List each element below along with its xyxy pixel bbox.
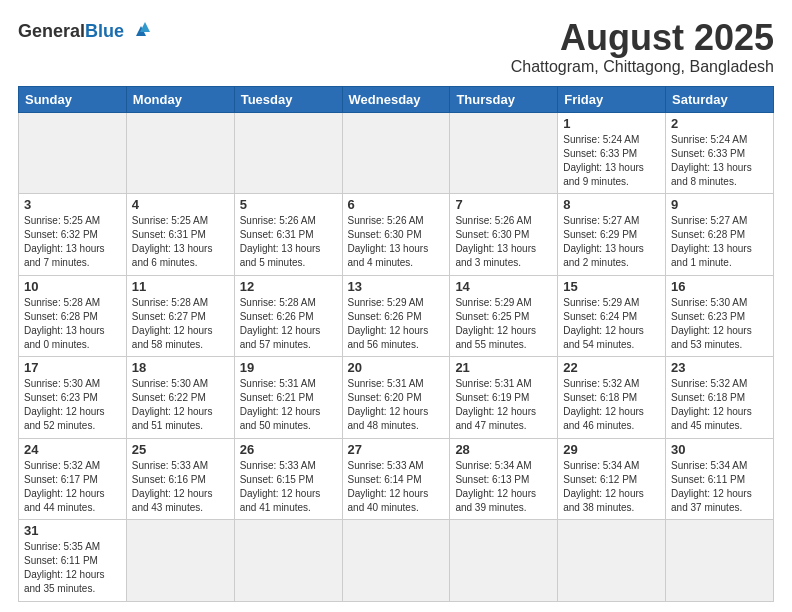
day-number: 14 <box>455 279 552 294</box>
table-row: 29Sunrise: 5:34 AM Sunset: 6:12 PM Dayli… <box>558 438 666 520</box>
day-number: 21 <box>455 360 552 375</box>
day-number: 10 <box>24 279 121 294</box>
col-tuesday: Tuesday <box>234 86 342 112</box>
day-number: 18 <box>132 360 229 375</box>
day-info: Sunrise: 5:34 AM Sunset: 6:11 PM Dayligh… <box>671 459 768 515</box>
table-row: 1Sunrise: 5:24 AM Sunset: 6:33 PM Daylig… <box>558 112 666 194</box>
day-number: 15 <box>563 279 660 294</box>
day-number: 22 <box>563 360 660 375</box>
calendar-header-row: Sunday Monday Tuesday Wednesday Thursday… <box>19 86 774 112</box>
col-thursday: Thursday <box>450 86 558 112</box>
day-number: 16 <box>671 279 768 294</box>
table-row <box>666 520 774 602</box>
day-number: 6 <box>348 197 445 212</box>
table-row <box>234 520 342 602</box>
day-info: Sunrise: 5:29 AM Sunset: 6:24 PM Dayligh… <box>563 296 660 352</box>
table-row: 14Sunrise: 5:29 AM Sunset: 6:25 PM Dayli… <box>450 275 558 357</box>
day-info: Sunrise: 5:28 AM Sunset: 6:28 PM Dayligh… <box>24 296 121 352</box>
table-row <box>19 112 127 194</box>
day-number: 1 <box>563 116 660 131</box>
day-info: Sunrise: 5:31 AM Sunset: 6:20 PM Dayligh… <box>348 377 445 433</box>
day-number: 11 <box>132 279 229 294</box>
day-number: 25 <box>132 442 229 457</box>
table-row: 27Sunrise: 5:33 AM Sunset: 6:14 PM Dayli… <box>342 438 450 520</box>
table-row <box>126 112 234 194</box>
table-row: 8Sunrise: 5:27 AM Sunset: 6:29 PM Daylig… <box>558 194 666 276</box>
table-row: 9Sunrise: 5:27 AM Sunset: 6:28 PM Daylig… <box>666 194 774 276</box>
day-number: 26 <box>240 442 337 457</box>
day-info: Sunrise: 5:30 AM Sunset: 6:23 PM Dayligh… <box>671 296 768 352</box>
day-info: Sunrise: 5:26 AM Sunset: 6:30 PM Dayligh… <box>348 214 445 270</box>
table-row <box>234 112 342 194</box>
title-area: August 2025 Chattogram, Chittagong, Bang… <box>511 18 774 76</box>
table-row: 16Sunrise: 5:30 AM Sunset: 6:23 PM Dayli… <box>666 275 774 357</box>
day-info: Sunrise: 5:24 AM Sunset: 6:33 PM Dayligh… <box>563 133 660 189</box>
sub-title: Chattogram, Chittagong, Bangladesh <box>511 58 774 76</box>
day-info: Sunrise: 5:33 AM Sunset: 6:14 PM Dayligh… <box>348 459 445 515</box>
table-row: 21Sunrise: 5:31 AM Sunset: 6:19 PM Dayli… <box>450 357 558 439</box>
day-info: Sunrise: 5:25 AM Sunset: 6:31 PM Dayligh… <box>132 214 229 270</box>
table-row: 25Sunrise: 5:33 AM Sunset: 6:16 PM Dayli… <box>126 438 234 520</box>
table-row: 2Sunrise: 5:24 AM Sunset: 6:33 PM Daylig… <box>666 112 774 194</box>
table-row <box>342 520 450 602</box>
day-info: Sunrise: 5:30 AM Sunset: 6:23 PM Dayligh… <box>24 377 121 433</box>
col-wednesday: Wednesday <box>342 86 450 112</box>
day-number: 27 <box>348 442 445 457</box>
table-row: 30Sunrise: 5:34 AM Sunset: 6:11 PM Dayli… <box>666 438 774 520</box>
day-info: Sunrise: 5:25 AM Sunset: 6:32 PM Dayligh… <box>24 214 121 270</box>
day-number: 30 <box>671 442 768 457</box>
day-number: 8 <box>563 197 660 212</box>
table-row: 11Sunrise: 5:28 AM Sunset: 6:27 PM Dayli… <box>126 275 234 357</box>
day-info: Sunrise: 5:27 AM Sunset: 6:28 PM Dayligh… <box>671 214 768 270</box>
table-row: 4Sunrise: 5:25 AM Sunset: 6:31 PM Daylig… <box>126 194 234 276</box>
calendar: Sunday Monday Tuesday Wednesday Thursday… <box>18 86 774 602</box>
day-number: 28 <box>455 442 552 457</box>
day-info: Sunrise: 5:31 AM Sunset: 6:19 PM Dayligh… <box>455 377 552 433</box>
day-info: Sunrise: 5:28 AM Sunset: 6:27 PM Dayligh… <box>132 296 229 352</box>
table-row: 18Sunrise: 5:30 AM Sunset: 6:22 PM Dayli… <box>126 357 234 439</box>
day-number: 24 <box>24 442 121 457</box>
table-row: 5Sunrise: 5:26 AM Sunset: 6:31 PM Daylig… <box>234 194 342 276</box>
day-info: Sunrise: 5:24 AM Sunset: 6:33 PM Dayligh… <box>671 133 768 189</box>
day-info: Sunrise: 5:32 AM Sunset: 6:18 PM Dayligh… <box>563 377 660 433</box>
table-row: 13Sunrise: 5:29 AM Sunset: 6:26 PM Dayli… <box>342 275 450 357</box>
table-row <box>558 520 666 602</box>
table-row: 17Sunrise: 5:30 AM Sunset: 6:23 PM Dayli… <box>19 357 127 439</box>
day-number: 4 <box>132 197 229 212</box>
day-info: Sunrise: 5:26 AM Sunset: 6:30 PM Dayligh… <box>455 214 552 270</box>
day-info: Sunrise: 5:33 AM Sunset: 6:15 PM Dayligh… <box>240 459 337 515</box>
day-number: 5 <box>240 197 337 212</box>
table-row: 3Sunrise: 5:25 AM Sunset: 6:32 PM Daylig… <box>19 194 127 276</box>
logo-area: GeneralBlue <box>18 18 152 44</box>
day-info: Sunrise: 5:30 AM Sunset: 6:22 PM Dayligh… <box>132 377 229 433</box>
day-info: Sunrise: 5:29 AM Sunset: 6:26 PM Dayligh… <box>348 296 445 352</box>
day-info: Sunrise: 5:33 AM Sunset: 6:16 PM Dayligh… <box>132 459 229 515</box>
day-number: 23 <box>671 360 768 375</box>
day-info: Sunrise: 5:31 AM Sunset: 6:21 PM Dayligh… <box>240 377 337 433</box>
logo-icon <box>130 18 152 44</box>
table-row: 26Sunrise: 5:33 AM Sunset: 6:15 PM Dayli… <box>234 438 342 520</box>
day-info: Sunrise: 5:26 AM Sunset: 6:31 PM Dayligh… <box>240 214 337 270</box>
day-number: 7 <box>455 197 552 212</box>
table-row <box>450 112 558 194</box>
day-number: 31 <box>24 523 121 538</box>
day-number: 13 <box>348 279 445 294</box>
table-row <box>126 520 234 602</box>
table-row: 12Sunrise: 5:28 AM Sunset: 6:26 PM Dayli… <box>234 275 342 357</box>
header: GeneralBlue August 2025 Chattogram, Chit… <box>18 18 774 76</box>
logo-blue: Blue <box>85 21 124 41</box>
day-number: 9 <box>671 197 768 212</box>
table-row: 10Sunrise: 5:28 AM Sunset: 6:28 PM Dayli… <box>19 275 127 357</box>
col-sunday: Sunday <box>19 86 127 112</box>
day-info: Sunrise: 5:27 AM Sunset: 6:29 PM Dayligh… <box>563 214 660 270</box>
table-row <box>450 520 558 602</box>
page: GeneralBlue August 2025 Chattogram, Chit… <box>0 0 792 612</box>
col-monday: Monday <box>126 86 234 112</box>
day-info: Sunrise: 5:34 AM Sunset: 6:12 PM Dayligh… <box>563 459 660 515</box>
table-row: 20Sunrise: 5:31 AM Sunset: 6:20 PM Dayli… <box>342 357 450 439</box>
table-row: 6Sunrise: 5:26 AM Sunset: 6:30 PM Daylig… <box>342 194 450 276</box>
day-info: Sunrise: 5:35 AM Sunset: 6:11 PM Dayligh… <box>24 540 121 596</box>
main-title: August 2025 <box>511 18 774 58</box>
table-row: 22Sunrise: 5:32 AM Sunset: 6:18 PM Dayli… <box>558 357 666 439</box>
table-row: 15Sunrise: 5:29 AM Sunset: 6:24 PM Dayli… <box>558 275 666 357</box>
